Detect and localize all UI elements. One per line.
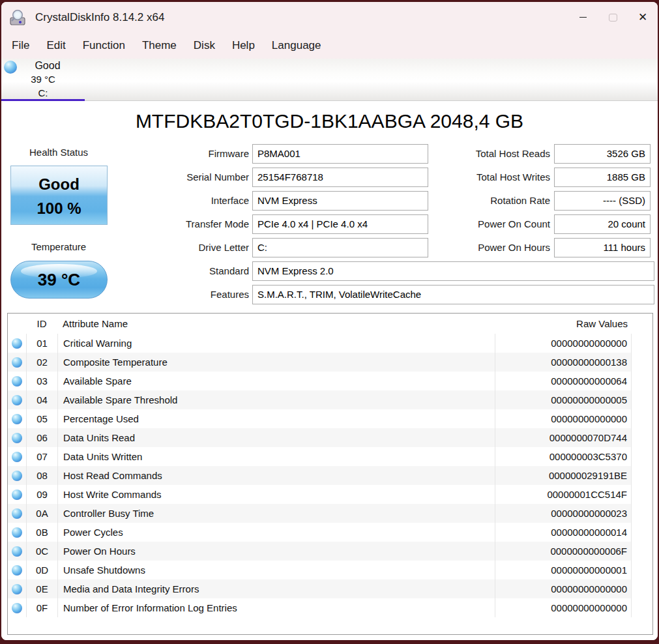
attr-id: 0C	[26, 542, 57, 561]
attr-id: 0A	[26, 504, 57, 523]
menu-edit[interactable]: Edit	[38, 39, 74, 52]
menu-theme[interactable]: Theme	[134, 39, 185, 52]
standard-label: Standard	[112, 261, 249, 281]
drive-tab-letter: C:	[1, 87, 85, 98]
smart-table-row[interactable]: 0E Media and Data Integrity Errors 00000…	[8, 579, 652, 598]
header-raw-values[interactable]: Raw Values	[495, 314, 632, 334]
transfer-mode-field[interactable]: PCIe 4.0 x4 | PCIe 4.0 x4	[252, 214, 428, 234]
smart-table-row[interactable]: 03 Available Spare 00000000000064	[8, 372, 652, 390]
status-cell	[8, 334, 26, 353]
smart-table-row[interactable]: 02 Composite Temperature 00000000000138	[8, 353, 652, 372]
status-cell	[8, 372, 26, 390]
interface-field[interactable]: NVM Express	[252, 191, 428, 211]
row-tail	[632, 561, 652, 579]
header-tail	[632, 314, 652, 334]
total-host-reads-field[interactable]: 3526 GB	[554, 144, 651, 164]
good-status-orb-icon	[12, 546, 22, 557]
smart-table-row[interactable]: 05 Percentage Used 00000000000000	[8, 409, 652, 428]
serial-number-field[interactable]: 25154F768718	[252, 168, 428, 187]
attr-raw: 00000000000000	[495, 598, 632, 617]
row-tail	[632, 466, 652, 485]
menubar: File Edit Function Theme Disk Help Langu…	[1, 33, 658, 59]
attr-id: 0D	[26, 561, 57, 579]
features-field[interactable]: S.M.A.R.T., TRIM, VolatileWriteCache	[252, 285, 654, 304]
attr-id: 0B	[26, 523, 57, 542]
good-status-orb-icon	[12, 452, 22, 462]
desktop-background: CrystalDiskInfo 8.14.2 x64 ✕ File Edit F…	[0, 0, 659, 644]
drive-letter-field[interactable]: C:	[252, 238, 428, 257]
menu-file[interactable]: File	[3, 39, 38, 52]
drive-tab-c[interactable]: Good 39 °C C:	[1, 59, 85, 101]
standard-field[interactable]: NVM Express 2.0	[252, 261, 654, 281]
attr-name-cell: Power On Hours	[57, 542, 495, 561]
health-status-indicator[interactable]: Good 100 %	[10, 166, 108, 225]
smart-table-row[interactable]: 04 Available Spare Threshold 00000000000…	[8, 390, 652, 409]
good-status-orb-icon	[12, 357, 22, 368]
status-cell	[8, 466, 26, 485]
total-host-writes-field[interactable]: 1885 GB	[554, 168, 651, 187]
attr-id: 04	[26, 390, 57, 409]
menu-help[interactable]: Help	[224, 39, 263, 52]
attr-name-cell: Media and Data Integrity Errors	[57, 579, 495, 598]
smart-table-body: 01 Critical Warning 00000000000000 02 Co…	[8, 334, 652, 617]
smart-table-row[interactable]: 07 Data Units Written 000000003C5370	[8, 447, 652, 466]
attr-id: 08	[26, 466, 57, 485]
attr-raw: 0000000000006F	[495, 542, 632, 561]
minimize-button[interactable]	[568, 2, 598, 33]
status-cell	[8, 390, 26, 409]
status-cell	[8, 504, 26, 523]
attr-id: 0E	[26, 579, 57, 598]
firmware-field[interactable]: P8MA001	[252, 144, 428, 164]
status-cell	[8, 409, 26, 428]
attr-name-cell: Number of Error Information Log Entries	[57, 598, 495, 617]
good-status-orb-icon	[12, 490, 22, 500]
transfer-mode-label: Transfer Mode	[112, 214, 249, 234]
menu-disk[interactable]: Disk	[185, 39, 224, 52]
smart-table-row[interactable]: 0C Power On Hours 0000000000006F	[8, 542, 652, 561]
temperature-indicator[interactable]: 39 °C	[10, 261, 108, 299]
menu-language[interactable]: Language	[263, 39, 330, 52]
drive-tab-temperature: 39 °C	[1, 74, 85, 85]
smart-table-row[interactable]: 06 Data Units Read 0000000070D744	[8, 428, 652, 447]
attr-raw: 00000000000000	[495, 579, 632, 598]
attr-name-cell: Unsafe Shutdowns	[57, 561, 495, 579]
close-button[interactable]: ✕	[628, 2, 658, 33]
attr-raw: 000000029191BE	[495, 466, 632, 485]
smart-table-row[interactable]: 01 Critical Warning 00000000000000	[8, 334, 652, 353]
smart-table-row[interactable]: 0B Power Cycles 00000000000014	[8, 523, 652, 542]
smart-table-row[interactable]: 08 Host Read Commands 000000029191BE	[8, 466, 652, 485]
attr-raw: 00000000000014	[495, 523, 632, 542]
row-tail	[632, 523, 652, 542]
attr-name-cell: Host Write Commands	[57, 485, 495, 504]
row-tail	[632, 353, 652, 372]
app-window: CrystalDiskInfo 8.14.2 x64 ✕ File Edit F…	[1, 2, 658, 640]
drive-tab-status: Good	[10, 60, 85, 72]
attr-id: 09	[26, 485, 57, 504]
attr-name-cell: Host Read Commands	[57, 466, 495, 485]
menu-function[interactable]: Function	[74, 39, 134, 52]
status-cell	[8, 579, 26, 598]
maximize-icon	[609, 14, 617, 22]
row-tail	[632, 447, 652, 466]
header-attribute-name[interactable]: Attribute Name	[57, 314, 495, 334]
smart-table-row[interactable]: 0A Controller Busy Time 00000000000023	[8, 504, 652, 523]
smart-table-row[interactable]: 0F Number of Error Information Log Entri…	[8, 598, 652, 617]
smart-attribute-table: ID Attribute Name Raw Values 01 Critical…	[7, 313, 653, 635]
power-on-hours-field[interactable]: 111 hours	[554, 238, 651, 257]
power-on-hours-label: Power On Hours	[413, 238, 550, 257]
total-host-writes-label: Total Host Writes	[413, 168, 550, 187]
smart-table-row[interactable]: 0D Unsafe Shutdowns 00000000000001	[8, 561, 652, 579]
attr-name-cell: Controller Busy Time	[57, 504, 495, 523]
header-id[interactable]: ID	[26, 314, 57, 334]
maximize-button[interactable]	[598, 2, 628, 33]
attr-raw: 00000000000138	[495, 353, 632, 372]
power-on-count-field[interactable]: 20 count	[554, 214, 651, 234]
attr-name-cell: Available Spare	[57, 372, 495, 390]
smart-table-row[interactable]: 09 Host Write Commands 00000001CC514F	[8, 485, 652, 504]
status-cell	[8, 485, 26, 504]
header-status-column[interactable]	[8, 314, 26, 334]
row-tail	[632, 428, 652, 447]
rotation-rate-field[interactable]: ---- (SSD)	[554, 191, 651, 211]
attr-name-cell: Composite Temperature	[57, 353, 495, 372]
serial-number-label: Serial Number	[112, 168, 249, 187]
